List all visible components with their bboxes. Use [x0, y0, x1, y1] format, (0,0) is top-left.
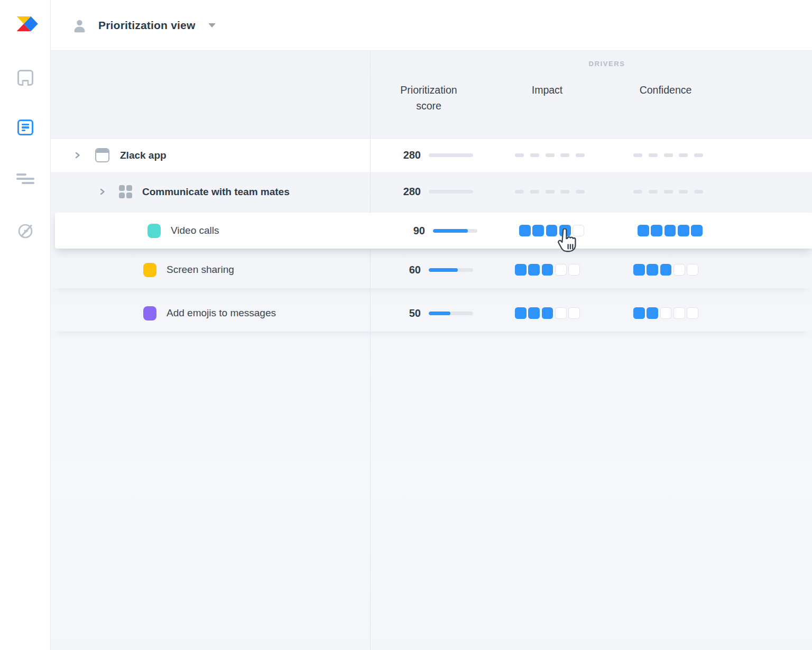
impact-rating[interactable] [515, 139, 581, 172]
main-content: DRIVERS Prioritization score Impact Conf… [51, 51, 812, 650]
impact-rating[interactable] [515, 172, 581, 212]
group-grid-icon [119, 172, 132, 212]
confidence-rating[interactable] [633, 139, 699, 172]
confidence-cell-2-filled[interactable] [647, 307, 658, 319]
row-label: Screen sharing [167, 251, 234, 288]
impact-placeholder-dash [530, 153, 539, 157]
chevron-down-icon [208, 23, 216, 28]
confidence-placeholder-dash [649, 153, 658, 157]
confidence-cell-4-empty[interactable] [673, 307, 685, 319]
impact-rating[interactable] [519, 213, 585, 249]
impact-cell-5-empty[interactable] [568, 264, 580, 276]
table-row-feature-video-calls[interactable]: Video calls 90 [55, 213, 812, 249]
compass-icon [17, 223, 34, 240]
tab-icon [17, 70, 33, 86]
column-header-prioritization-score: Prioritization score [376, 82, 482, 114]
drivers-group-label: DRIVERS [554, 60, 660, 68]
prioritization-score-value: 60 [347, 251, 421, 288]
row-label: Add emojis to messages [167, 295, 276, 332]
confidence-cell-2-filled[interactable] [651, 225, 662, 236]
productboard-logo[interactable] [0, 0, 51, 51]
table-row-group-communicate[interactable]: Communicate with team mates 280 [51, 172, 812, 212]
impact-cell-1-filled[interactable] [515, 264, 527, 276]
impact-cell-4-empty[interactable] [555, 264, 567, 276]
row-label: Zlack app [120, 139, 167, 172]
confidence-placeholder-dash [633, 190, 642, 194]
impact-cell-2-filled[interactable] [528, 307, 540, 319]
impact-cell-1-filled[interactable] [515, 307, 527, 319]
impact-cell-5-empty[interactable] [573, 225, 584, 236]
score-bar [429, 172, 473, 212]
confidence-cell-1-filled[interactable] [638, 225, 649, 236]
expand-chevron-icon[interactable] [72, 139, 82, 172]
prioritization-score-value: 280 [347, 139, 421, 172]
expand-chevron-icon[interactable] [97, 172, 107, 212]
confidence-cell-5-empty[interactable] [687, 307, 698, 319]
confidence-cell-4-empty[interactable] [673, 264, 685, 276]
view-switcher[interactable]: Prioritization view [72, 0, 216, 51]
table-row-product-zlack-app[interactable]: Zlack app 280 [51, 139, 812, 172]
impact-placeholder-dash [546, 153, 555, 157]
score-bar [429, 295, 473, 332]
sidebar-item-features[interactable] [0, 111, 51, 144]
app-sidebar [0, 0, 51, 650]
prioritization-score-value: 50 [347, 295, 421, 332]
impact-rating[interactable] [515, 251, 581, 288]
impact-cell-4-filled[interactable] [559, 225, 571, 236]
column-header-confidence: Confidence [613, 82, 718, 98]
impact-cell-2-filled[interactable] [532, 225, 544, 236]
confidence-cell-4-filled[interactable] [678, 225, 689, 236]
feature-color-chip [143, 295, 156, 332]
staggered-lines-icon [16, 173, 34, 185]
product-window-icon [95, 139, 109, 172]
feature-color-chip [143, 251, 156, 288]
prioritization-score-value: 90 [351, 213, 425, 249]
confidence-placeholder-dash [679, 190, 688, 194]
impact-placeholder-dash [546, 190, 555, 194]
score-bar [429, 139, 473, 172]
confidence-cell-3-empty[interactable] [660, 307, 672, 319]
sidebar-item-portal[interactable] [0, 214, 51, 248]
confidence-cell-3-filled[interactable] [660, 264, 672, 276]
score-bar-fill [429, 268, 458, 272]
row-label: Communicate with team mates [142, 172, 290, 212]
impact-cell-3-filled[interactable] [546, 225, 558, 236]
confidence-cell-5-empty[interactable] [687, 264, 698, 276]
column-header-impact: Impact [494, 82, 600, 98]
confidence-rating[interactable] [633, 172, 699, 212]
impact-placeholder-dash [560, 153, 569, 157]
confidence-cell-1-filled[interactable] [633, 264, 645, 276]
confidence-cell-5-filled[interactable] [691, 225, 703, 236]
top-header: Prioritization view [0, 0, 812, 51]
impact-cell-2-filled[interactable] [528, 264, 540, 276]
confidence-rating[interactable] [633, 251, 699, 288]
confidence-cell-3-filled[interactable] [665, 225, 676, 236]
impact-placeholder-dash [530, 190, 539, 194]
confidence-cell-1-filled[interactable] [633, 307, 645, 319]
sidebar-item-boards[interactable] [0, 61, 51, 95]
document-lines-icon [17, 120, 33, 135]
score-bar-fill [433, 229, 468, 233]
impact-cell-3-filled[interactable] [542, 264, 553, 276]
confidence-placeholder-dash [633, 153, 642, 157]
table-row-feature-screen-sharing[interactable]: Screen sharing 60 [51, 251, 812, 288]
sidebar-item-roadmap[interactable] [0, 162, 51, 196]
confidence-placeholder-dash [649, 190, 658, 194]
page-title: Prioritization view [98, 19, 196, 32]
impact-cell-5-empty[interactable] [568, 307, 580, 319]
impact-placeholder-dash [560, 190, 569, 194]
confidence-cell-2-filled[interactable] [647, 264, 658, 276]
confidence-rating[interactable] [633, 295, 699, 332]
impact-cell-3-filled[interactable] [542, 307, 553, 319]
impact-cell-4-empty[interactable] [555, 307, 567, 319]
confidence-rating[interactable] [638, 213, 704, 249]
confidence-placeholder-dash [664, 190, 673, 194]
impact-cell-1-filled[interactable] [519, 225, 531, 236]
person-icon [72, 19, 87, 33]
table-row-feature-add-emojis[interactable]: Add emojis to messages 50 [51, 295, 812, 332]
confidence-placeholder-dash [694, 153, 703, 157]
confidence-placeholder-dash [679, 153, 688, 157]
feature-color-chip [147, 213, 161, 249]
impact-placeholder-dash [515, 153, 524, 157]
impact-rating[interactable] [515, 295, 581, 332]
